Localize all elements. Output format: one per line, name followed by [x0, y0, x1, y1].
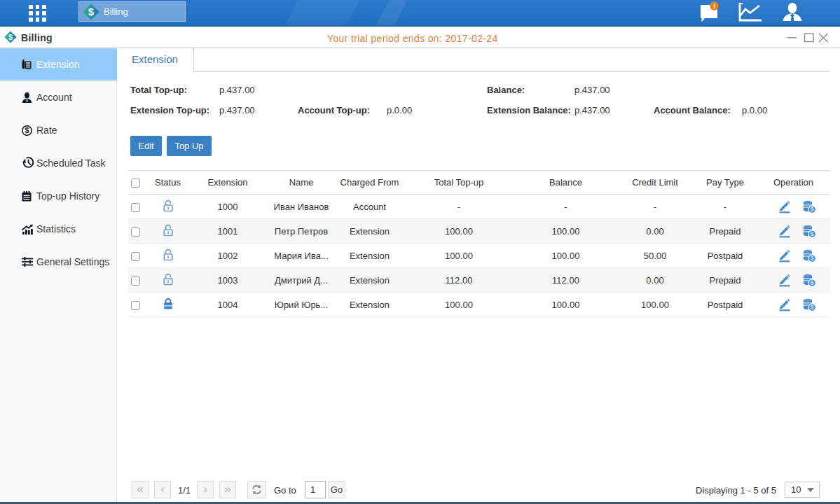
svg-text:$: $: [25, 126, 29, 134]
svg-text:$: $: [810, 230, 813, 237]
svg-text:!: !: [713, 2, 715, 10]
svg-text:$: $: [810, 206, 813, 213]
svg-text:$: $: [810, 304, 813, 311]
svg-text:$: $: [88, 6, 95, 18]
svg-text:$: $: [8, 33, 13, 41]
svg-text:$: $: [810, 255, 813, 262]
svg-text:$: $: [810, 279, 813, 286]
